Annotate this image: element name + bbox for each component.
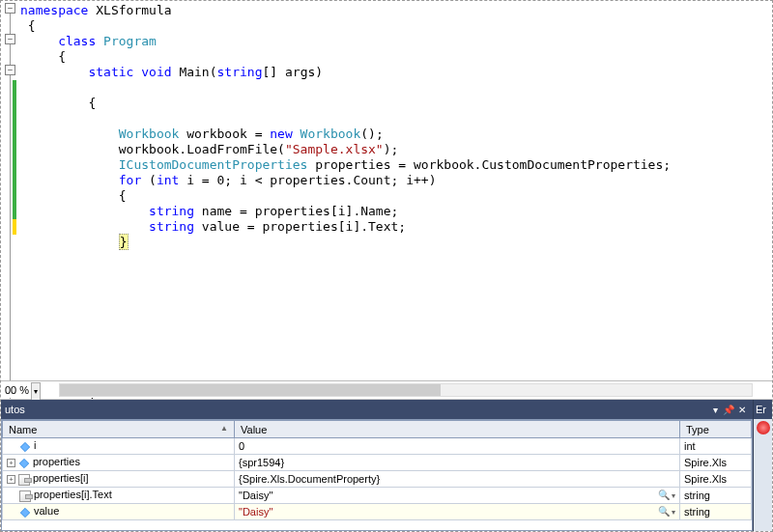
- var-value: "Daisy": [239, 506, 272, 518]
- var-value: "Daisy": [239, 490, 272, 501]
- table-row[interactable]: properties[i].Text"Daisy"🔍▾string: [3, 488, 752, 504]
- table-row[interactable]: +properties[i]{Spire.Xls.DocumentPropert…: [3, 471, 752, 488]
- expand-button[interactable]: +: [7, 475, 15, 484]
- var-name: properties[i].Text: [34, 489, 112, 500]
- var-type: string: [680, 504, 752, 520]
- variable-icon: [20, 441, 30, 451]
- visualizer-icon[interactable]: 🔍▾: [658, 506, 675, 517]
- visualizer-icon[interactable]: 🔍▾: [658, 490, 675, 500]
- zoom-dropdown[interactable]: ▾: [31, 382, 41, 402]
- var-value: 0: [239, 440, 244, 452]
- var-name: value: [34, 505, 59, 517]
- expand-button[interactable]: +: [7, 459, 15, 467]
- col-header-type[interactable]: Type: [680, 421, 752, 438]
- panel-title: utos: [5, 404, 25, 415]
- horizontal-scrollbar[interactable]: [59, 383, 753, 397]
- table-row[interactable]: value"Daisy"🔍▾string: [3, 504, 752, 520]
- property-icon: [19, 490, 31, 502]
- error-icon: [757, 421, 770, 434]
- scrollbar-thumb[interactable]: [60, 384, 441, 396]
- zoom-level[interactable]: 00 %: [5, 384, 29, 396]
- fold-button[interactable]: −: [5, 34, 15, 44]
- var-type: string: [680, 488, 752, 504]
- table-row[interactable]: i0int: [3, 438, 752, 455]
- error-list-tab[interactable]: Er: [753, 400, 772, 531]
- close-icon[interactable]: ✕: [735, 405, 749, 415]
- zoom-bar: 00 %▾: [1, 380, 772, 398]
- variables-grid[interactable]: Name▲ Value Type i0int+properties{spr159…: [1, 419, 753, 531]
- var-name: i: [34, 439, 36, 451]
- fold-button[interactable]: −: [5, 3, 15, 14]
- editor-gutter: − − −: [1, 1, 16, 399]
- var-name: properties[i]: [33, 472, 88, 484]
- var-type: int: [680, 438, 752, 455]
- table-row[interactable]: +properties{spr1594}Spire.Xls: [3, 455, 752, 471]
- col-header-name[interactable]: Name▲: [3, 421, 235, 438]
- var-type: Spire.Xls: [680, 455, 752, 471]
- var-type: Spire.Xls: [680, 471, 752, 488]
- autos-panel: utos ▾ 📌 ✕ Name▲ Value Type i0int+proper…: [1, 400, 753, 531]
- variable-icon: [20, 507, 30, 517]
- variable-icon: [19, 458, 29, 467]
- property-icon: [18, 474, 30, 486]
- pin-icon[interactable]: 📌: [722, 405, 735, 415]
- var-name: properties: [33, 456, 80, 467]
- panel-title-bar[interactable]: utos ▾ 📌 ✕: [1, 400, 753, 419]
- var-value: {Spire.Xls.DocumentProperty}: [239, 473, 380, 485]
- code-area[interactable]: namespace XLSformula { class Program { s…: [16, 1, 772, 399]
- code-editor[interactable]: − − − namespace XLSformula { class Progr…: [1, 1, 772, 400]
- col-header-value[interactable]: Value: [235, 421, 680, 438]
- var-value: {spr1594}: [239, 457, 284, 468]
- panel-menu-icon[interactable]: ▾: [708, 405, 722, 415]
- fold-button[interactable]: −: [5, 65, 15, 75]
